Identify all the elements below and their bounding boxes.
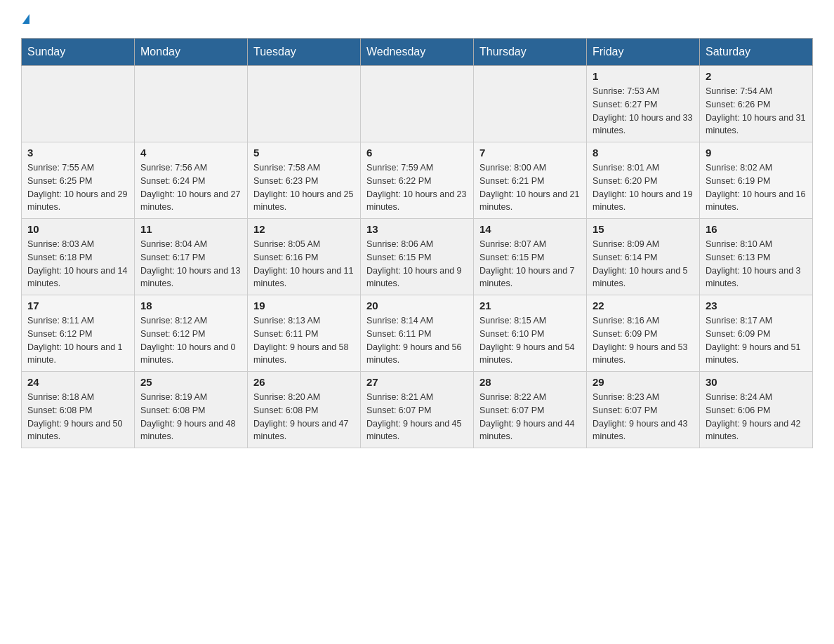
- day-info: Sunrise: 8:00 AMSunset: 6:21 PMDaylight:…: [479, 161, 581, 214]
- calendar-cell: 29Sunrise: 8:23 AMSunset: 6:07 PMDayligh…: [587, 372, 700, 448]
- day-number: 24: [27, 376, 128, 388]
- calendar-cell: 1Sunrise: 7:53 AMSunset: 6:27 PMDaylight…: [587, 66, 700, 142]
- weekday-header-tuesday: Tuesday: [248, 39, 361, 66]
- day-info: Sunrise: 8:06 AMSunset: 6:15 PMDaylight:…: [366, 238, 468, 290]
- day-info: Sunrise: 8:23 AMSunset: 6:07 PMDaylight:…: [593, 391, 694, 443]
- weekday-header-thursday: Thursday: [474, 39, 587, 66]
- calendar-cell: 9Sunrise: 8:02 AMSunset: 6:19 PMDaylight…: [700, 142, 813, 219]
- day-number: 18: [140, 300, 241, 311]
- day-number: 11: [140, 223, 241, 235]
- day-number: 23: [706, 300, 807, 311]
- day-info: Sunrise: 8:10 AMSunset: 6:13 PMDaylight:…: [706, 238, 807, 290]
- calendar-cell: 22Sunrise: 8:16 AMSunset: 6:09 PMDayligh…: [587, 295, 700, 372]
- day-info: Sunrise: 8:01 AMSunset: 6:20 PMDaylight:…: [593, 161, 694, 214]
- calendar-cell: 14Sunrise: 8:07 AMSunset: 6:15 PMDayligh…: [474, 219, 587, 295]
- day-number: 17: [27, 300, 128, 311]
- day-info: Sunrise: 8:13 AMSunset: 6:11 PMDaylight:…: [253, 314, 355, 367]
- day-info: Sunrise: 8:03 AMSunset: 6:18 PMDaylight:…: [27, 238, 128, 290]
- day-info: Sunrise: 7:56 AMSunset: 6:24 PMDaylight:…: [140, 161, 241, 214]
- day-info: Sunrise: 8:21 AMSunset: 6:07 PMDaylight:…: [366, 391, 468, 443]
- calendar-week-row: 10Sunrise: 8:03 AMSunset: 6:18 PMDayligh…: [22, 219, 813, 295]
- calendar-cell: 15Sunrise: 8:09 AMSunset: 6:14 PMDayligh…: [587, 219, 700, 295]
- calendar-week-row: 1Sunrise: 7:53 AMSunset: 6:27 PMDaylight…: [22, 66, 813, 142]
- day-number: 4: [140, 147, 241, 159]
- day-number: 22: [593, 300, 694, 311]
- day-info: Sunrise: 8:12 AMSunset: 6:12 PMDaylight:…: [140, 314, 241, 367]
- day-number: 19: [253, 300, 355, 311]
- calendar-week-row: 24Sunrise: 8:18 AMSunset: 6:08 PMDayligh…: [22, 372, 813, 448]
- calendar-cell: [22, 66, 135, 142]
- weekday-header-saturday: Saturday: [700, 39, 813, 66]
- day-info: Sunrise: 8:09 AMSunset: 6:14 PMDaylight:…: [593, 238, 694, 290]
- day-info: Sunrise: 8:24 AMSunset: 6:06 PMDaylight:…: [706, 391, 807, 443]
- calendar-cell: 7Sunrise: 8:00 AMSunset: 6:21 PMDaylight…: [474, 142, 587, 219]
- logo-triangle-icon: [22, 14, 29, 24]
- calendar-cell: 21Sunrise: 8:15 AMSunset: 6:10 PMDayligh…: [474, 295, 587, 372]
- day-info: Sunrise: 7:55 AMSunset: 6:25 PMDaylight:…: [27, 161, 128, 214]
- day-info: Sunrise: 8:20 AMSunset: 6:08 PMDaylight:…: [253, 391, 355, 443]
- day-info: Sunrise: 7:59 AMSunset: 6:22 PMDaylight:…: [366, 161, 468, 214]
- day-number: 5: [253, 147, 355, 159]
- day-info: Sunrise: 8:22 AMSunset: 6:07 PMDaylight:…: [479, 391, 581, 443]
- day-info: Sunrise: 8:11 AMSunset: 6:12 PMDaylight:…: [27, 314, 128, 367]
- calendar-cell: 27Sunrise: 8:21 AMSunset: 6:07 PMDayligh…: [361, 372, 474, 448]
- weekday-header-wednesday: Wednesday: [361, 39, 474, 66]
- calendar-cell: 13Sunrise: 8:06 AMSunset: 6:15 PMDayligh…: [361, 219, 474, 295]
- calendar-cell: 12Sunrise: 8:05 AMSunset: 6:16 PMDayligh…: [248, 219, 361, 295]
- day-number: 28: [479, 376, 581, 388]
- calendar-cell: 20Sunrise: 8:14 AMSunset: 6:11 PMDayligh…: [361, 295, 474, 372]
- day-info: Sunrise: 7:58 AMSunset: 6:23 PMDaylight:…: [253, 161, 355, 214]
- day-number: 9: [706, 147, 807, 159]
- day-info: Sunrise: 7:53 AMSunset: 6:27 PMDaylight:…: [593, 85, 694, 137]
- day-number: 7: [479, 147, 581, 159]
- calendar-cell: 26Sunrise: 8:20 AMSunset: 6:08 PMDayligh…: [248, 372, 361, 448]
- day-number: 3: [27, 147, 128, 159]
- day-number: 30: [706, 376, 807, 388]
- day-number: 10: [27, 223, 128, 235]
- day-number: 15: [593, 223, 694, 235]
- day-number: 14: [479, 223, 581, 235]
- day-number: 6: [366, 147, 468, 159]
- day-number: 27: [366, 376, 468, 388]
- day-info: Sunrise: 8:15 AMSunset: 6:10 PMDaylight:…: [479, 314, 581, 367]
- day-info: Sunrise: 8:18 AMSunset: 6:08 PMDaylight:…: [27, 391, 128, 443]
- calendar-cell: 28Sunrise: 8:22 AMSunset: 6:07 PMDayligh…: [474, 372, 587, 448]
- day-info: Sunrise: 8:02 AMSunset: 6:19 PMDaylight:…: [706, 161, 807, 214]
- weekday-header-monday: Monday: [135, 39, 248, 66]
- calendar-cell: 24Sunrise: 8:18 AMSunset: 6:08 PMDayligh…: [22, 372, 135, 448]
- calendar-cell: 8Sunrise: 8:01 AMSunset: 6:20 PMDaylight…: [587, 142, 700, 219]
- day-number: 29: [593, 376, 694, 388]
- calendar-cell: [474, 66, 587, 142]
- day-number: 26: [253, 376, 355, 388]
- day-number: 12: [253, 223, 355, 235]
- day-number: 21: [479, 300, 581, 311]
- calendar-cell: 4Sunrise: 7:56 AMSunset: 6:24 PMDaylight…: [135, 142, 248, 219]
- day-number: 1: [593, 70, 694, 82]
- calendar-cell: 10Sunrise: 8:03 AMSunset: 6:18 PMDayligh…: [22, 219, 135, 295]
- calendar-cell: [248, 66, 361, 142]
- day-info: Sunrise: 8:19 AMSunset: 6:08 PMDaylight:…: [140, 391, 241, 443]
- day-info: Sunrise: 7:54 AMSunset: 6:26 PMDaylight:…: [706, 85, 807, 137]
- calendar-cell: 30Sunrise: 8:24 AMSunset: 6:06 PMDayligh…: [700, 372, 813, 448]
- calendar-cell: 25Sunrise: 8:19 AMSunset: 6:08 PMDayligh…: [135, 372, 248, 448]
- calendar-cell: 3Sunrise: 7:55 AMSunset: 6:25 PMDaylight…: [22, 142, 135, 219]
- page-header: [21, 14, 813, 24]
- day-number: 8: [593, 147, 694, 159]
- weekday-header-sunday: Sunday: [22, 39, 135, 66]
- calendar-cell: 2Sunrise: 7:54 AMSunset: 6:26 PMDaylight…: [700, 66, 813, 142]
- calendar-cell: 6Sunrise: 7:59 AMSunset: 6:22 PMDaylight…: [361, 142, 474, 219]
- calendar-cell: 23Sunrise: 8:17 AMSunset: 6:09 PMDayligh…: [700, 295, 813, 372]
- day-number: 16: [706, 223, 807, 235]
- day-number: 25: [140, 376, 241, 388]
- calendar-cell: 5Sunrise: 7:58 AMSunset: 6:23 PMDaylight…: [248, 142, 361, 219]
- day-number: 2: [706, 70, 807, 82]
- day-info: Sunrise: 8:05 AMSunset: 6:16 PMDaylight:…: [253, 238, 355, 290]
- calendar-week-row: 3Sunrise: 7:55 AMSunset: 6:25 PMDaylight…: [22, 142, 813, 219]
- day-info: Sunrise: 8:04 AMSunset: 6:17 PMDaylight:…: [140, 238, 241, 290]
- calendar-cell: 18Sunrise: 8:12 AMSunset: 6:12 PMDayligh…: [135, 295, 248, 372]
- calendar-week-row: 17Sunrise: 8:11 AMSunset: 6:12 PMDayligh…: [22, 295, 813, 372]
- calendar-table: SundayMondayTuesdayWednesdayThursdayFrid…: [21, 38, 813, 448]
- weekday-header-row: SundayMondayTuesdayWednesdayThursdayFrid…: [22, 39, 813, 66]
- day-info: Sunrise: 8:16 AMSunset: 6:09 PMDaylight:…: [593, 314, 694, 367]
- weekday-header-friday: Friday: [587, 39, 700, 66]
